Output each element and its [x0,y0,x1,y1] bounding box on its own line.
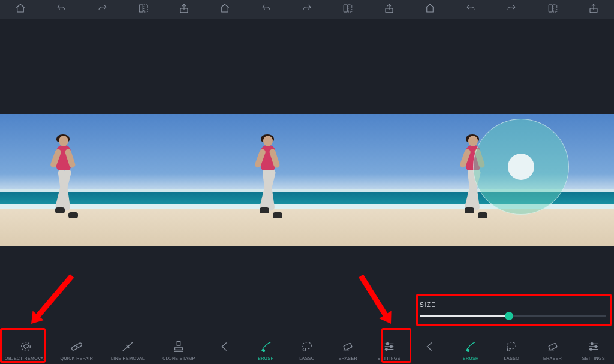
tool-label: SETTINGS [582,356,605,360]
tool-label: LINE REMOVAL [111,356,145,360]
image-strip [0,114,614,246]
svg-rect-7 [553,5,556,12]
svg-point-12 [76,346,77,347]
svg-point-21 [595,345,597,348]
bottom-toolbar: OBJECT REMOVALQUICK REPAIRLINE REMOVALCL… [0,328,614,364]
compare-button[interactable] [341,2,355,17]
svg-point-17 [385,348,387,351]
home-button[interactable] [218,2,232,17]
compare-button[interactable] [546,2,560,17]
home-button[interactable] [13,2,28,17]
tool-label: BRUSH [463,356,479,360]
share-button[interactable] [586,2,601,17]
brush-icon [259,339,273,354]
toolset-b: BRUSHLASSOERASERSETTINGS [204,328,410,364]
c-eraser-tool[interactable]: ERASER [532,337,573,362]
redo-icon [506,3,517,16]
back-icon [218,339,232,354]
redo-icon [97,3,108,16]
c-settings-tool[interactable]: SETTINGS [573,337,614,362]
brush-icon [463,339,478,354]
compare-icon [138,3,149,16]
home-icon [15,3,26,16]
a-quick-repair-tool[interactable]: QUICK REPAIR [51,337,102,362]
b-back-tool[interactable] [204,337,245,362]
svg-rect-19 [548,343,557,350]
lasso-icon [300,339,314,354]
a-object-removal-tool[interactable]: OBJECT REMOVAL [0,337,51,362]
a-clone-stamp-tool[interactable]: CLONE STAMP [154,337,204,362]
undo-button[interactable] [259,2,273,17]
stamp-icon [171,339,186,354]
canvas-stage [0,19,614,328]
tool-label: LASSO [299,356,314,360]
bandaid-icon [70,339,84,354]
svg-point-20 [591,343,593,345]
tool-label: ERASER [543,356,562,360]
undo-button[interactable] [54,2,68,17]
size-slider[interactable] [420,312,606,320]
tool-label: BRUSH [258,356,274,360]
top-toolbar-group-2 [204,2,409,17]
line-x-icon [121,339,135,354]
undo-icon [261,3,272,16]
share-icon [179,3,189,16]
brush-size-panel: SIZE [420,299,606,323]
preview-pane-1[interactable] [0,114,204,246]
svg-rect-1 [144,5,148,12]
c-brush-tool[interactable]: BRUSH [450,337,491,362]
lasso-icon [504,339,519,354]
preview-pane-3[interactable] [410,114,614,246]
tool-label: SETTINGS [378,356,401,360]
sliders-icon [382,339,396,354]
size-slider-fill [420,315,509,317]
compare-icon [547,3,558,16]
b-lasso-tool[interactable]: LASSO [287,337,327,362]
svg-rect-4 [348,5,352,12]
a-line-removal-tool[interactable]: LINE REMOVAL [103,337,154,362]
share-icon [588,3,599,16]
share-button[interactable] [382,2,396,17]
eraser-icon [341,339,355,354]
home-icon [425,3,435,16]
tool-label: LASSO [504,356,519,360]
toolset-c: BRUSHLASSOERASERSETTINGS [410,328,614,364]
tool-label: CLONE STAMP [162,356,195,360]
svg-point-16 [390,345,393,348]
svg-point-13 [303,342,312,349]
svg-rect-14 [344,343,353,350]
b-brush-tool[interactable]: BRUSH [246,337,287,362]
compare-icon [342,3,353,16]
brush-size-cursor [473,119,569,215]
preview-pane-2[interactable] [204,114,409,246]
top-toolbar [0,0,614,19]
top-toolbar-group-3 [410,2,614,17]
eraser-dashed-icon [19,339,33,354]
compare-button[interactable] [136,2,151,17]
svg-point-18 [507,342,516,349]
back-icon [423,339,437,354]
redo-button[interactable] [504,2,519,17]
redo-button[interactable] [95,2,110,17]
toolset-a: OBJECT REMOVALQUICK REPAIRLINE REMOVALCL… [0,328,204,364]
redo-button[interactable] [300,2,314,17]
svg-rect-0 [139,5,143,12]
b-eraser-tool[interactable]: ERASER [327,337,368,362]
subject-runner [255,136,282,234]
tool-label: OBJECT REMOVAL [5,356,46,360]
top-toolbar-group-1 [0,2,204,17]
b-settings-tool[interactable]: SETTINGS [369,337,410,362]
tool-label: QUICK REPAIR [61,356,94,360]
undo-button[interactable] [463,2,478,17]
home-button[interactable] [423,2,437,17]
svg-point-15 [386,343,389,345]
sliders-icon [586,339,601,354]
c-back-tool[interactable] [410,337,450,362]
tool-label: ERASER [339,356,357,360]
undo-icon [465,3,476,16]
c-lasso-tool[interactable]: LASSO [491,337,532,362]
undo-icon [56,3,67,16]
share-icon [384,3,395,16]
share-button[interactable] [177,2,191,17]
size-slider-knob[interactable] [505,312,513,320]
